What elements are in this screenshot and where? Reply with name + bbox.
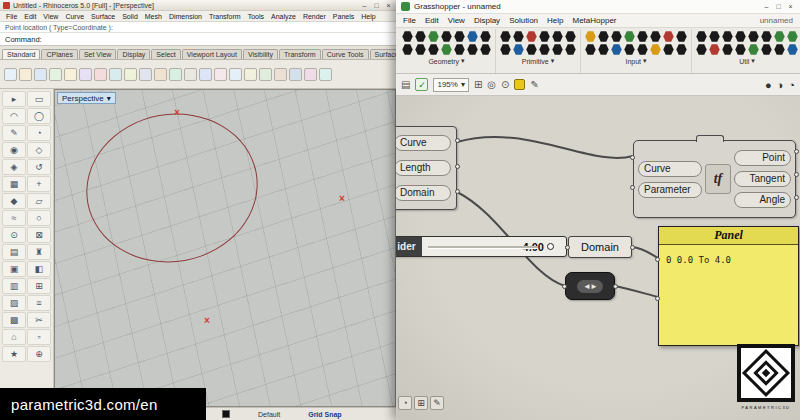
output-grip[interactable] (794, 195, 799, 200)
component-icon[interactable] (787, 31, 798, 42)
viewport-tab[interactable]: Perspective ▾ (57, 92, 116, 104)
component-icon[interactable] (774, 31, 785, 42)
menu-curve[interactable]: Curve (65, 13, 84, 20)
gh-menu-solution[interactable]: Solution (509, 16, 538, 25)
menu-analyze[interactable]: Analyze (271, 13, 296, 20)
component-icon[interactable] (428, 44, 439, 55)
tool-icon[interactable]: ✂ (27, 312, 51, 328)
component-icon[interactable] (696, 31, 707, 42)
component-icon[interactable] (663, 31, 674, 42)
toolbar-icon[interactable] (109, 68, 122, 81)
component-icon[interactable] (402, 44, 413, 55)
toolbar-icon[interactable] (274, 68, 287, 81)
component-icon[interactable] (585, 31, 596, 42)
component-icon[interactable] (565, 44, 576, 55)
toolbar-icon[interactable] (64, 68, 77, 81)
slider-knob[interactable] (547, 243, 554, 250)
toolbar-icon[interactable] (184, 68, 197, 81)
component-icon[interactable] (539, 31, 550, 42)
component-icon[interactable] (696, 44, 707, 55)
tool-icon[interactable]: ≈ (2, 210, 26, 226)
component-icon[interactable] (467, 31, 478, 42)
toolbar-icon[interactable] (34, 68, 47, 81)
component-icon[interactable] (513, 31, 524, 42)
chevron-down-icon[interactable]: ▾ (107, 94, 111, 103)
canvas-widget-icon[interactable]: ✎ (430, 396, 444, 410)
chevron-down-icon[interactable]: ▾ (751, 57, 755, 65)
menu-view[interactable]: View (43, 13, 58, 20)
output-point[interactable]: Point (734, 150, 791, 166)
tab-select[interactable]: Select (151, 49, 180, 59)
component-icon[interactable] (624, 44, 635, 55)
tool-icon[interactable]: ◧ (27, 261, 51, 277)
tool-icon[interactable]: ≡ (27, 295, 51, 311)
point-marker[interactable]: × (339, 194, 345, 204)
menu-edit[interactable]: Edit (24, 13, 36, 20)
component-icon[interactable] (735, 44, 746, 55)
gh-menu-view[interactable]: View (448, 16, 465, 25)
gh-menu-help[interactable]: Help (547, 16, 563, 25)
eye-icon[interactable]: ◎ (487, 79, 496, 90)
maximize-icon[interactable]: □ (372, 2, 381, 9)
tab-cplanes[interactable]: CPlanes (41, 49, 77, 59)
output-grip[interactable] (455, 164, 460, 169)
tab-set-view[interactable]: Set View (79, 49, 117, 59)
output-grip[interactable] (794, 172, 799, 177)
gh-menu-edit[interactable]: Edit (425, 16, 439, 25)
component-icon[interactable] (761, 31, 772, 42)
toolbar-icon[interactable] (79, 68, 92, 81)
domain-component[interactable]: Domain (568, 236, 632, 258)
tab-curve-tools[interactable]: Curve Tools (322, 49, 369, 59)
number-slider[interactable]: ider 4.00 (396, 236, 567, 257)
palette-group-label[interactable]: Input (625, 58, 641, 65)
output-angle[interactable]: Angle (734, 192, 791, 208)
point-marker[interactable]: × (204, 316, 210, 326)
relay-component[interactable]: ◄► (565, 272, 615, 300)
component-icon[interactable] (565, 31, 576, 42)
toolbar-icon[interactable] (214, 68, 227, 81)
display-sphere-icon[interactable]: ◔ (788, 79, 795, 91)
gh-menu-metahopper[interactable]: MetaHopper (573, 16, 617, 25)
component-icon[interactable] (441, 31, 452, 42)
toolbar-icon[interactable] (124, 68, 137, 81)
component-icon[interactable] (428, 31, 439, 42)
component-icon[interactable] (709, 44, 720, 55)
component-icon[interactable] (722, 31, 733, 42)
canvas-widget-icon[interactable]: ◔ (398, 396, 412, 410)
menu-transform[interactable]: Transform (209, 13, 241, 20)
toolbar-icon[interactable] (259, 68, 272, 81)
component-icon[interactable] (676, 44, 687, 55)
panel-title[interactable]: Panel (659, 227, 798, 245)
chevron-down-icon[interactable]: ▾ (643, 57, 647, 65)
output-grip[interactable] (613, 284, 618, 289)
component-icon[interactable] (722, 44, 733, 55)
palette-group-label[interactable]: Primitive (522, 58, 549, 65)
maximize-icon[interactable]: □ (774, 3, 783, 10)
output-length[interactable]: Length (396, 160, 451, 176)
toolbar-icon[interactable] (244, 68, 257, 81)
tool-icon[interactable]: ★ (2, 346, 26, 362)
slider-track[interactable]: 4.00 (422, 237, 566, 256)
minimize-icon[interactable]: – (762, 3, 771, 10)
grid-icon[interactable]: ⊞ (474, 79, 482, 90)
output-grip[interactable] (630, 245, 635, 250)
toolbar-icon[interactable] (139, 68, 152, 81)
tool-icon[interactable]: ▱ (27, 193, 51, 209)
menu-file[interactable]: File (6, 13, 17, 20)
minimize-icon[interactable]: – (360, 2, 369, 9)
input-parameter[interactable]: Parameter (638, 182, 702, 198)
menu-render[interactable]: Render (303, 13, 326, 20)
display-sphere-icon[interactable]: ● (765, 79, 772, 91)
tool-icon[interactable]: ⊙ (2, 227, 26, 243)
palette-group-label[interactable]: Util (739, 58, 749, 65)
toolbar-icon[interactable] (4, 68, 17, 81)
component-icon[interactable] (637, 31, 648, 42)
input-grip[interactable] (562, 284, 567, 289)
component-icon[interactable] (637, 44, 648, 55)
component-icon[interactable] (748, 31, 759, 42)
close-icon[interactable]: × (384, 2, 393, 9)
input-grip[interactable] (630, 185, 635, 190)
component-icon[interactable] (500, 44, 511, 55)
component-icon[interactable] (552, 44, 563, 55)
toolbar-icon[interactable] (319, 68, 332, 81)
